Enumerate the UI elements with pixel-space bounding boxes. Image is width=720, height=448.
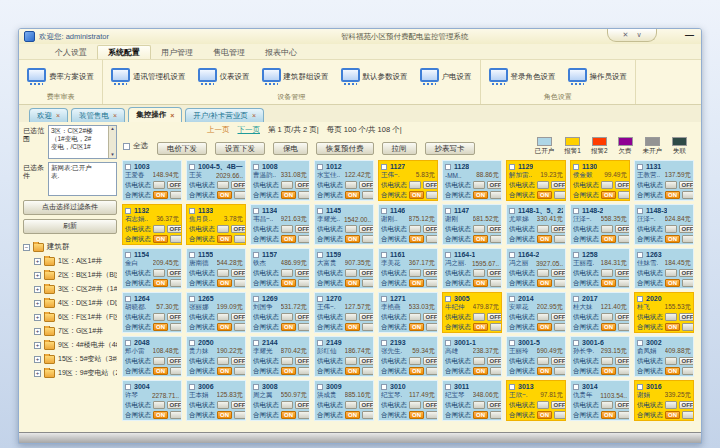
tree-item[interactable]: +9区：4#楼电井（4#楼 [23, 340, 117, 350]
switch-off-button[interactable] [362, 323, 374, 331]
switch-on-button[interactable]: ON [601, 411, 616, 419]
card-checkbox[interactable] [637, 208, 643, 214]
supply-off-button[interactable]: OFF [359, 181, 374, 189]
switch-off-button[interactable] [170, 411, 182, 419]
supply-on-button[interactable] [665, 313, 677, 321]
supply-off-button[interactable]: OFF [295, 313, 310, 321]
supply-off-button[interactable]: OFF [295, 269, 310, 277]
card-checkbox[interactable] [509, 340, 515, 346]
card-checkbox[interactable] [445, 384, 451, 390]
switch-off-button[interactable] [298, 323, 310, 331]
card-checkbox[interactable] [637, 252, 643, 258]
supply-off-button[interactable]: OFF [359, 269, 374, 277]
supply-on-button[interactable] [409, 357, 421, 365]
scroll-up-icon[interactable]: ▲ [110, 126, 114, 132]
switch-off-button[interactable] [234, 279, 246, 287]
supply-off-button[interactable]: OFF [167, 357, 182, 365]
switch-on-button[interactable]: ON [281, 411, 296, 419]
card-checkbox[interactable] [125, 296, 131, 302]
supply-on-button[interactable] [281, 225, 293, 233]
tree-item[interactable]: +19区：9#变电站（2#变 [23, 368, 117, 378]
switch-on-button[interactable]: ON [217, 367, 232, 375]
switch-off-button[interactable] [426, 323, 438, 331]
action-button[interactable]: 抄表写卡 [425, 142, 475, 155]
card-checkbox[interactable] [317, 296, 323, 302]
supply-on-button[interactable] [409, 225, 421, 233]
supply-off-button[interactable]: OFF [423, 225, 438, 233]
supply-off-button[interactable]: OFF [423, 313, 438, 321]
supply-off-button[interactable]: OFF [615, 269, 630, 277]
expand-icon[interactable]: + [34, 370, 41, 377]
switch-off-button[interactable] [490, 411, 502, 419]
supply-on-button[interactable] [153, 181, 165, 189]
switch-on-button[interactable]: ON [665, 367, 680, 375]
supply-on-button[interactable] [345, 225, 357, 233]
supply-off-button[interactable]: OFF [615, 357, 630, 365]
card-checkbox[interactable] [317, 164, 323, 170]
card-checkbox[interactable] [125, 208, 131, 214]
switch-on-button[interactable]: ON [409, 191, 424, 199]
supply-on-button[interactable] [153, 313, 165, 321]
tree-item[interactable]: +2区：B区1#井（B区1#楼 [23, 270, 117, 280]
supply-on-button[interactable] [409, 401, 421, 409]
supply-on-button[interactable] [217, 401, 229, 409]
document-tab[interactable]: 欢迎× [29, 108, 68, 122]
supply-on-button[interactable] [537, 269, 549, 277]
prev-page-link[interactable]: 上一页 [207, 125, 230, 135]
card-checkbox[interactable] [509, 208, 515, 214]
switch-off-button[interactable] [554, 279, 566, 287]
switch-on-button[interactable]: ON [473, 367, 488, 375]
supply-on-button[interactable] [665, 225, 677, 233]
switch-off-button[interactable] [554, 411, 566, 419]
switch-off-button[interactable] [298, 235, 310, 243]
switch-off-button[interactable] [426, 279, 438, 287]
card-checkbox[interactable] [445, 252, 451, 258]
supply-off-button[interactable]: OFF [487, 225, 502, 233]
switch-off-button[interactable] [490, 367, 502, 375]
card-checkbox[interactable] [445, 340, 451, 346]
card-checkbox[interactable] [125, 252, 131, 258]
card-checkbox[interactable] [637, 296, 643, 302]
tree-item[interactable]: +1区：A区1#井 [23, 256, 117, 266]
supply-on-button[interactable] [281, 357, 293, 365]
card-checkbox[interactable] [573, 252, 579, 258]
switch-on-button[interactable]: ON [665, 411, 680, 419]
supply-on-button[interactable] [217, 225, 229, 233]
switch-on-button[interactable]: ON [217, 191, 232, 199]
switch-on-button[interactable]: ON [601, 235, 616, 243]
switch-off-button[interactable] [170, 323, 182, 331]
supply-off-button[interactable]: OFF [615, 313, 630, 321]
document-tab[interactable]: 开户/补卡营业页× [185, 108, 264, 122]
switch-off-button[interactable] [554, 367, 566, 375]
supply-off-button[interactable]: OFF [167, 225, 182, 233]
supply-on-button[interactable] [217, 269, 229, 277]
card-checkbox[interactable] [125, 384, 131, 390]
action-button[interactable]: 恢复预付费 [316, 142, 374, 155]
card-checkbox[interactable] [253, 340, 259, 346]
switch-on-button[interactable]: ON [409, 279, 424, 287]
card-checkbox[interactable] [381, 384, 387, 390]
expand-icon[interactable]: + [34, 328, 41, 335]
switch-on-button[interactable]: ON [665, 191, 680, 199]
card-checkbox[interactable] [509, 252, 515, 258]
supply-on-button[interactable] [217, 357, 229, 365]
supply-off-button[interactable]: OFF [359, 313, 374, 321]
card-checkbox[interactable] [253, 252, 259, 258]
supply-on-button[interactable] [665, 401, 677, 409]
supply-on-button[interactable] [601, 357, 613, 365]
switch-on-button[interactable]: ON [409, 323, 424, 331]
supply-on-button[interactable] [601, 401, 613, 409]
menu-tab[interactable]: 报表中心 [255, 46, 307, 59]
supply-off-button[interactable]: OFF [551, 401, 566, 409]
scroll-down-icon[interactable]: ▼ [110, 152, 114, 158]
switch-off-button[interactable] [618, 367, 630, 375]
supply-on-button[interactable] [345, 401, 357, 409]
supply-off-button[interactable]: OFF [487, 357, 502, 365]
tree-item[interactable]: +7区：G区1#井 [23, 326, 117, 336]
switch-off-button[interactable] [618, 191, 630, 199]
switch-on-button[interactable]: ON [153, 367, 168, 375]
supply-on-button[interactable] [601, 313, 613, 321]
switch-off-button[interactable] [682, 191, 694, 199]
supply-off-button[interactable]: OFF [359, 357, 374, 365]
supply-off-button[interactable]: OFF [679, 181, 694, 189]
